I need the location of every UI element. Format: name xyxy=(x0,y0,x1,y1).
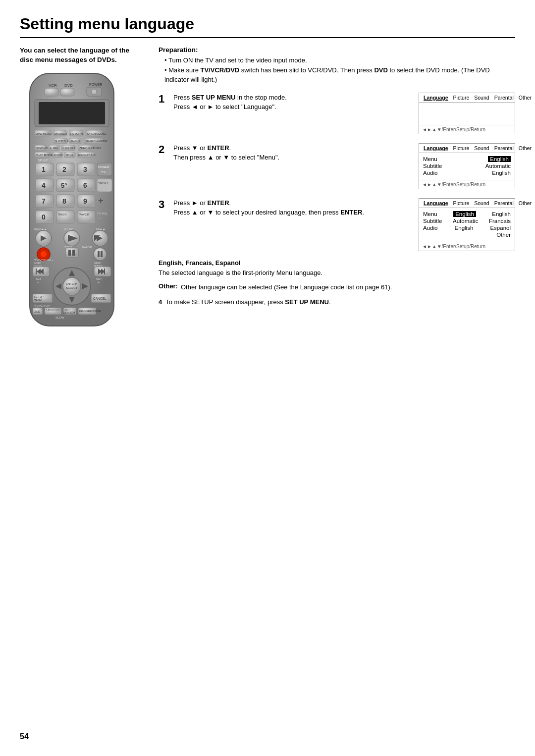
svg-rect-92 xyxy=(98,251,100,257)
lang-section: English, Francais, Espanol The selected … xyxy=(159,259,515,278)
step-1-main: Press SET UP MENU in the stop mode. xyxy=(173,93,413,103)
svg-text:VCR: VCR xyxy=(49,83,57,88)
svg-text:0: 0 xyxy=(42,213,46,221)
step-1-number: 1 xyxy=(159,94,168,105)
svg-text:+: + xyxy=(98,281,100,284)
svg-text:OPEN/CLOSE: OPEN/CLOSE xyxy=(87,132,107,135)
svg-text:SLOW: SLOW xyxy=(55,316,64,319)
step-2-sub: Then press or to select "Menu". xyxy=(173,153,413,162)
svg-text:8: 8 xyxy=(62,197,66,205)
other-section: Other: Other language can be selected (S… xyxy=(159,282,515,292)
svg-rect-10 xyxy=(39,102,105,124)
step-3: 3 Press or ENTER. Press or to select you… xyxy=(159,198,515,251)
svg-rect-87 xyxy=(65,248,78,258)
svg-text:TV VOL: TV VOL xyxy=(97,212,108,215)
svg-text:POWER: POWER xyxy=(89,83,102,86)
step-3-main: Press or ENTER. xyxy=(173,198,413,208)
preparation-line-2: Make sure TV/VCR/DVD switch has been sli… xyxy=(164,65,515,85)
svg-text:PAUSE: PAUSE xyxy=(82,246,92,249)
svg-point-91 xyxy=(94,248,107,261)
svg-text:SEARCH: SEARCH xyxy=(63,311,75,314)
svg-text:CANCEL: CANCEL xyxy=(93,297,107,300)
svg-text:9: 9 xyxy=(83,197,87,205)
svg-text:−: − xyxy=(99,217,101,220)
page-title: Setting menu language xyxy=(20,15,515,38)
svg-text:PROGRESSIVE: PROGRESSIVE xyxy=(79,310,101,313)
step-2: 2 Press or ENTER. Then press or to selec… xyxy=(159,143,515,189)
svg-rect-68 xyxy=(56,211,74,223)
other-label: Other: xyxy=(159,282,178,292)
svg-text:SET: SET xyxy=(36,277,42,280)
remote-image: VCR DVD POWER *TV DVD MENU MARKER xyxy=(20,71,134,330)
svg-rect-89 xyxy=(72,250,75,256)
svg-rect-5 xyxy=(60,88,74,96)
svg-text:−: − xyxy=(37,281,39,284)
step-3-sub: Press or to select your desired language… xyxy=(173,208,413,217)
svg-text:ZERO RETURN: ZERO RETURN xyxy=(79,147,101,150)
svg-text:DVD: DVD xyxy=(64,83,73,88)
svg-text:2: 2 xyxy=(62,165,66,173)
svg-text:POWER: POWER xyxy=(98,165,109,168)
svg-text:5°: 5° xyxy=(61,182,67,189)
step-2-content: Press or ENTER. Then press or to select … xyxy=(173,143,515,189)
svg-text:RETURN: RETURN xyxy=(70,132,83,135)
svg-text:SELECT: SELECT xyxy=(66,286,78,289)
svg-text:3: 3 xyxy=(83,165,87,173)
lang-title: English, Francais, Espanol xyxy=(159,259,515,267)
svg-text:A.TRK: A.TRK xyxy=(50,147,58,150)
intro-text: You can select the language of the disc … xyxy=(20,46,139,65)
svg-rect-106 xyxy=(104,269,105,274)
step-3-content: Press or ENTER. Press or to select your … xyxy=(173,198,515,251)
svg-text:REPEAT A-B: REPEAT A-B xyxy=(78,154,96,157)
svg-text:*TV/VCR CH −: *TV/VCR CH − xyxy=(34,304,52,307)
svg-point-86 xyxy=(41,251,47,257)
svg-text:ZOOM: ZOOM xyxy=(54,154,62,157)
svg-text:1: 1 xyxy=(42,165,46,173)
step-1-sub: Press or to select "Language". xyxy=(173,102,413,112)
svg-text:*TV: *TV xyxy=(101,170,106,173)
step-4: 4 To make SETUP screen disappear, press … xyxy=(159,297,515,307)
step-2-screen: Language Picture Sound Parental Other Me… xyxy=(419,143,515,189)
step-3-number: 3 xyxy=(159,199,168,210)
svg-text:+: + xyxy=(98,196,104,206)
svg-text:SP/EP: SP/EP xyxy=(38,159,48,162)
svg-text:ENTER/: ENTER/ xyxy=(66,282,77,285)
preparation-section: Preparation: Turn ON the TV and set to t… xyxy=(159,46,515,85)
preparation-line-1: Turn ON the TV and set to the video inpu… xyxy=(164,55,515,65)
step-1: 1 Press SET UP MENU in the stop mode. Pr… xyxy=(159,93,515,134)
svg-text:A.MONITOR: A.MONITOR xyxy=(46,308,60,311)
svg-text:SET: SET xyxy=(96,277,102,280)
svg-rect-93 xyxy=(101,251,103,257)
step-2-number: 2 xyxy=(159,144,168,155)
svg-text:OSD: OSD xyxy=(34,310,41,313)
svg-rect-88 xyxy=(68,250,71,256)
svg-rect-57 xyxy=(97,179,112,192)
svg-text:TIMER: TIMER xyxy=(57,213,67,216)
svg-text:*TV/VCR CH +: *TV/VCR CH + xyxy=(34,259,54,262)
svg-text:4: 4 xyxy=(42,181,46,189)
svg-text:MENU: MENU xyxy=(34,298,42,301)
page-number: 54 xyxy=(20,732,29,741)
svg-text:7: 7 xyxy=(42,197,46,205)
svg-text:SEARCH MODE: SEARCH MODE xyxy=(85,140,107,143)
svg-text:DVD MENU: DVD MENU xyxy=(36,132,52,135)
svg-text:SUBTITLE: SUBTITLE xyxy=(54,140,69,143)
svg-text:PLAY MODE: PLAY MODE xyxy=(36,154,53,157)
svg-point-7 xyxy=(92,89,97,94)
svg-text:DISPLAY: DISPLAY xyxy=(36,147,48,150)
svg-rect-48 xyxy=(97,163,112,176)
step-1-content: Press SET UP MENU in the stop mode. Pres… xyxy=(173,93,515,134)
steps-container: 1 Press SET UP MENU in the stop mode. Pr… xyxy=(159,93,515,251)
lang-desc: The selected language is the first-prior… xyxy=(159,268,515,278)
svg-text:MARKER: MARKER xyxy=(54,132,67,135)
svg-rect-4 xyxy=(45,88,58,96)
svg-rect-70 xyxy=(77,211,95,223)
svg-text:C.RESET: C.RESET xyxy=(62,147,75,150)
svg-text:TITLE: TITLE xyxy=(65,154,73,157)
other-text: Other language can be selected (See the … xyxy=(181,282,392,292)
svg-text:6: 6 xyxy=(83,181,87,189)
svg-text:ANGLE: ANGLE xyxy=(70,140,80,143)
svg-text:TV/VCR: TV/VCR xyxy=(78,213,90,216)
step-1-screen: Language Picture Sound Parental Other ◄►… xyxy=(419,93,515,134)
step-2-main: Press or ENTER. xyxy=(173,143,413,153)
